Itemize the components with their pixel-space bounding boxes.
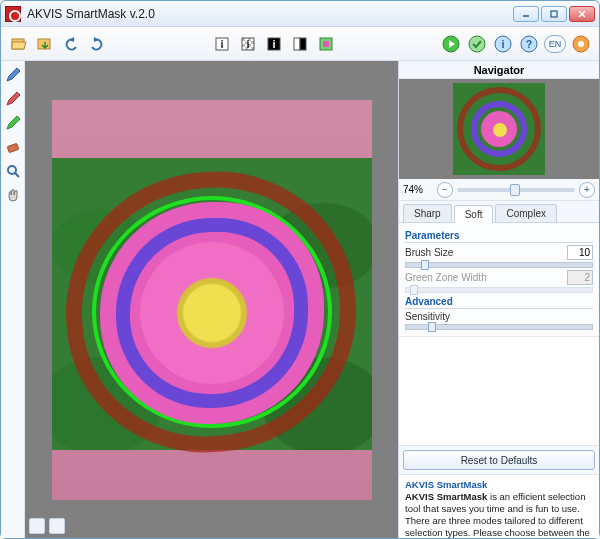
svg-rect-17 xyxy=(300,38,306,50)
svg-line-30 xyxy=(15,173,19,177)
reset-defaults-button[interactable]: Reset to Defaults xyxy=(403,450,595,470)
parameters-group-header: Parameters xyxy=(405,230,593,243)
green-zone-value xyxy=(567,270,593,285)
eraser-tool[interactable] xyxy=(3,137,23,157)
parameters-panel: Parameters Brush Size Green Zone Width A… xyxy=(399,223,599,336)
sensitivity-label: Sensitivity xyxy=(405,311,593,322)
advanced-group-header: Advanced xyxy=(405,296,593,309)
app-window: AKVIS SmartMask v.2.0 i i i i ? xyxy=(0,0,600,539)
window-title: AKVIS SmartMask v.2.0 xyxy=(27,7,513,21)
info-button[interactable]: i xyxy=(491,32,515,56)
svg-text:i: i xyxy=(272,38,275,50)
save-image-button[interactable] xyxy=(33,32,57,56)
preferences-button[interactable] xyxy=(569,32,593,56)
right-panel: Navigator 74% − + Sharp Soft Complex Par… xyxy=(399,61,599,538)
window-buttons xyxy=(513,6,595,22)
svg-text:i: i xyxy=(246,38,249,50)
titlebar: AKVIS SmartMask v.2.0 xyxy=(1,1,599,27)
help-bold-1: AKVIS SmartMask xyxy=(405,491,487,502)
status-indicator-2 xyxy=(49,518,65,534)
maximize-button[interactable] xyxy=(541,6,567,22)
zoom-out-button[interactable]: − xyxy=(437,182,453,198)
green-zone-label: Green Zone Width xyxy=(405,272,563,283)
navigator-view[interactable] xyxy=(399,79,599,179)
zoom-controls: 74% − + xyxy=(399,179,599,201)
close-button[interactable] xyxy=(569,6,595,22)
canvas-status-icons xyxy=(29,518,65,534)
view-result-black-button[interactable]: i xyxy=(262,32,286,56)
help-title: AKVIS SmartMask xyxy=(405,479,487,490)
view-result-color-button[interactable] xyxy=(314,32,338,56)
language-label: EN xyxy=(544,35,566,53)
svg-point-21 xyxy=(469,36,485,52)
app-icon xyxy=(5,6,21,22)
status-indicator-1 xyxy=(29,518,45,534)
open-image-button[interactable] xyxy=(7,32,31,56)
brush-size-label: Brush Size xyxy=(405,247,563,258)
pencil-blue-tool[interactable] xyxy=(3,65,23,85)
minimize-button[interactable] xyxy=(513,6,539,22)
zoom-slider[interactable] xyxy=(457,188,575,192)
panel-spacer xyxy=(399,336,599,445)
help-button[interactable]: ? xyxy=(517,32,541,56)
svg-text:?: ? xyxy=(526,39,532,50)
left-toolbar xyxy=(1,61,25,538)
svg-point-27 xyxy=(578,41,584,47)
help-panel: AKVIS SmartMask AKVIS SmartMask is an ef… xyxy=(399,474,599,538)
tab-sharp[interactable]: Sharp xyxy=(403,204,452,222)
view-result-split-button[interactable] xyxy=(288,32,312,56)
svg-point-29 xyxy=(8,166,16,174)
svg-rect-16 xyxy=(294,38,300,50)
hand-tool[interactable] xyxy=(3,185,23,205)
view-mask-button[interactable]: i xyxy=(236,32,260,56)
svg-rect-19 xyxy=(323,41,329,47)
help-text-2a: There are three modes tailored to differ… xyxy=(405,515,590,538)
tab-soft[interactable]: Soft xyxy=(454,205,494,223)
zoom-tool[interactable] xyxy=(3,161,23,181)
tab-complex[interactable]: Complex xyxy=(495,204,556,222)
green-zone-slider xyxy=(405,287,593,293)
image-canvas[interactable] xyxy=(52,100,372,500)
redo-button[interactable] xyxy=(85,32,109,56)
zoom-percent: 74% xyxy=(403,184,433,195)
mode-tabs: Sharp Soft Complex xyxy=(399,201,599,223)
svg-text:i: i xyxy=(220,38,223,50)
canvas-area[interactable] xyxy=(25,61,399,538)
view-original-button[interactable]: i xyxy=(210,32,234,56)
apply-button[interactable] xyxy=(465,32,489,56)
pencil-green-tool[interactable] xyxy=(3,113,23,133)
svg-rect-1 xyxy=(551,11,557,17)
svg-rect-28 xyxy=(7,143,18,152)
navigator-thumbnail[interactable] xyxy=(453,83,545,175)
brush-size-slider[interactable] xyxy=(405,262,593,268)
navigator-header: Navigator xyxy=(399,61,599,79)
run-button[interactable] xyxy=(439,32,463,56)
language-button[interactable]: EN xyxy=(543,32,567,56)
sensitivity-slider[interactable] xyxy=(405,324,593,330)
svg-text:i: i xyxy=(501,38,504,50)
undo-button[interactable] xyxy=(59,32,83,56)
pencil-red-tool[interactable] xyxy=(3,89,23,109)
top-toolbar: i i i i ? EN xyxy=(1,27,599,61)
zoom-in-button[interactable]: + xyxy=(579,182,595,198)
flower-subject xyxy=(100,202,324,424)
main-body: Navigator 74% − + Sharp Soft Complex Par… xyxy=(1,61,599,538)
reset-area: Reset to Defaults xyxy=(399,445,599,475)
brush-size-value[interactable] xyxy=(567,245,593,260)
